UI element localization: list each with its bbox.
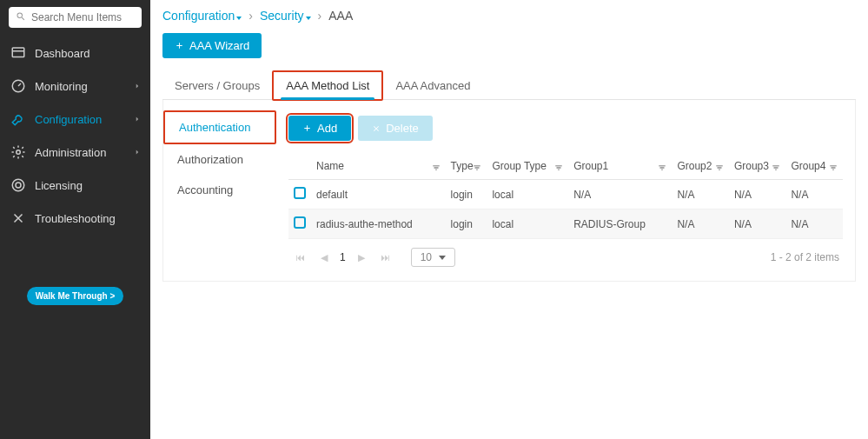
col-group1[interactable]: Group1 [568,153,672,180]
row-checkbox[interactable] [294,187,306,199]
dashboard-icon [10,45,26,61]
filter-icon[interactable] [473,163,481,172]
gauge-icon [10,78,26,94]
page-size-select[interactable]: 10 [411,248,455,267]
filter-icon[interactable] [658,163,666,172]
cell-group-type: local [487,210,568,239]
method-list-table: Name Type Group Type Group1 Group2 Group… [288,153,843,239]
tools-icon [10,210,26,226]
filter-icon[interactable] [432,163,441,172]
svg-point-6 [16,183,21,188]
col-group4[interactable]: Group4 [785,153,843,180]
aaa-wizard-button[interactable]: AAA Wizard [162,33,262,58]
tab-servers-groups[interactable]: Servers / Groups [162,72,272,99]
filter-icon[interactable] [829,163,838,172]
cell-group-type: local [487,180,568,210]
pager-page: 1 [340,251,346,263]
sidebar-item-licensing[interactable]: Licensing [0,169,150,202]
chevron-right-icon [133,113,142,126]
filter-icon[interactable] [772,163,780,172]
sidebar-item-label: Administration [35,146,106,159]
breadcrumb-configuration[interactable]: Configuration [162,9,242,23]
filter-icon[interactable] [715,163,724,172]
breadcrumb-separator: › [248,9,253,23]
col-group3[interactable]: Group3 [729,153,786,180]
caret-down-icon [439,256,446,260]
sidebar-item-dashboard[interactable]: Dashboard [0,37,150,70]
plus-icon [175,41,184,50]
cell-group3: N/A [729,180,786,210]
breadcrumb-label: Security [260,9,304,23]
subtabs: Authentication Authorization Accounting [163,100,276,281]
sidebar-item-label: Licensing [35,179,83,192]
plus-icon [302,123,312,133]
cell-name: radius-authe-method [311,210,446,239]
cell-group1: RADIUS-Group [568,210,672,239]
cell-type: login [446,180,487,210]
license-icon [10,177,26,193]
gear-icon [10,144,26,160]
row-checkbox[interactable] [294,216,306,229]
cell-type: login [446,210,487,239]
sidebar: Dashboard Monitoring Configuration [0,0,150,439]
svg-point-4 [17,150,21,155]
subtab-authorization[interactable]: Authorization [163,144,276,175]
cell-group4: N/A [785,210,843,239]
walk-me-through-button[interactable]: Walk Me Through > [27,287,124,305]
button-label: AAA Wizard [189,39,249,52]
filter-icon[interactable] [554,163,563,172]
col-type[interactable]: Type [446,153,487,180]
sidebar-item-label: Dashboard [35,47,90,60]
button-label: Add [317,122,337,135]
caret-down-icon [236,9,242,23]
wrench-icon [10,111,26,127]
cell-group2: N/A [672,180,729,210]
svg-line-3 [18,83,21,86]
table-row[interactable]: default login local N/A N/A N/A N/A [288,180,843,210]
sidebar-item-monitoring[interactable]: Monitoring [0,70,150,103]
cell-group4: N/A [785,180,843,210]
table-row[interactable]: radius-authe-method login local RADIUS-G… [288,210,843,239]
subtab-accounting[interactable]: Accounting [163,175,276,205]
sidebar-item-administration[interactable]: Administration [0,136,150,169]
breadcrumb-separator: › [318,9,322,23]
breadcrumb-security[interactable]: Security [260,9,311,23]
caret-down-icon [306,9,311,23]
col-name[interactable]: Name [311,153,446,180]
chevron-right-icon [133,146,142,159]
sidebar-item-label: Monitoring [35,80,88,93]
panel: Add Delete Name Type Group Type [276,100,855,281]
page-size-value: 10 [421,251,432,263]
tab-aaa-method-list[interactable]: AAA Method List [272,70,383,101]
main-content: Configuration › Security › AAA AAA Wizar… [150,0,868,439]
x-icon [372,124,381,133]
sidebar-item-configuration[interactable]: Configuration [0,103,150,136]
sidebar-item-troubleshooting[interactable]: Troubleshooting [0,202,150,235]
pager-next: ▶ [354,250,368,265]
pager-summary: 1 - 2 of 2 items [771,251,839,263]
cell-group3: N/A [729,210,786,239]
breadcrumb-current: AAA [328,9,353,23]
pager: ⏮ ◀ 1 ▶ ⏭ 10 1 - 2 of 2 items [288,239,843,269]
pager-first: ⏮ [292,250,308,264]
cell-group1: N/A [568,180,672,210]
tabs: Servers / Groups AAA Method List AAA Adv… [162,72,856,100]
subtab-authentication[interactable]: Authentication [163,110,276,144]
col-group-type[interactable]: Group Type [487,153,568,180]
pager-prev: ◀ [317,250,331,265]
col-group2[interactable]: Group2 [672,153,729,180]
search-input[interactable] [9,7,142,28]
cell-group2: N/A [672,210,729,239]
button-label: Delete [386,122,419,135]
pager-last: ⏭ [377,250,394,264]
sidebar-item-label: Troubleshooting [35,212,116,225]
svg-point-5 [12,179,24,191]
tab-aaa-advanced[interactable]: AAA Advanced [383,72,482,99]
add-button[interactable]: Add [288,116,351,141]
cell-name: default [311,180,446,210]
svg-rect-0 [12,48,24,57]
delete-button: Delete [358,116,433,141]
breadcrumb-label: Configuration [162,9,235,23]
sidebar-item-label: Configuration [35,113,102,126]
breadcrumb: Configuration › Security › AAA [162,9,856,23]
